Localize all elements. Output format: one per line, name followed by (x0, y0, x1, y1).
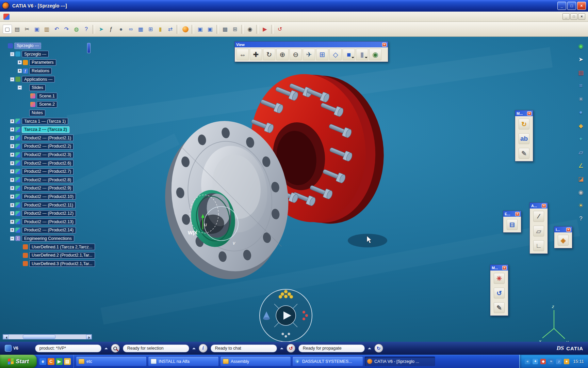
toolbar-separator[interactable] (271, 25, 274, 34)
tree-item-label[interactable]: Scene.1 (37, 93, 57, 99)
hide-icons-chevron[interactable]: « (525, 359, 530, 364)
restore-button[interactable]: □ (567, 2, 576, 10)
tree-item-label[interactable]: Product2 --- (Product2.8) (22, 177, 74, 183)
axis-system-icon[interactable]: ∟ (533, 240, 544, 251)
menu-item-tools[interactable] (46, 15, 52, 18)
link-icon[interactable]: ∞ (126, 25, 135, 34)
search-icon[interactable] (111, 344, 120, 353)
undo-icon[interactable]: ↶ (52, 25, 61, 34)
tree-item-applications[interactable]: − Applications --- (10, 75, 149, 83)
v6-chip[interactable]: V6 (5, 345, 18, 352)
text-annotation-icon[interactable]: ab (519, 133, 529, 144)
tree-expand-toggle[interactable]: + (10, 211, 14, 215)
3d-viewport[interactable]: W|X u v (0, 37, 588, 342)
tree-item-label[interactable]: Sprzeglo --- (22, 51, 49, 57)
sketch-line-icon[interactable]: ∕ (533, 211, 544, 222)
info-icon[interactable]: i (199, 344, 208, 353)
tree-expand-toggle[interactable]: + (10, 119, 14, 123)
measure-between-icon[interactable]: ⊟ (507, 219, 518, 230)
tree-expand-toggle[interactable]: − (10, 52, 14, 56)
chat-status[interactable]: Ready to chat (211, 344, 277, 352)
tree-item-product2-11[interactable]: + Product2 --- (Product2.11) (10, 201, 149, 209)
multi-view-button[interactable]: ⊞ (316, 49, 328, 60)
propagate-swirl-icon[interactable]: ↻ (374, 344, 383, 353)
command-input[interactable]: product: *IVP* (35, 344, 101, 352)
taskbar-button-catia-v6[interactable]: CATIA V6 - [Sprzeglo ... (364, 356, 435, 366)
tree-expand-toggle[interactable]: + (10, 195, 14, 199)
messenger-icon[interactable]: ✦ (533, 359, 538, 364)
close-icon[interactable]: × (502, 266, 507, 270)
video-capture-icon[interactable]: ▶ (260, 25, 270, 34)
tree-item-userdefined-2[interactable]: UserDefined.2 (Product2.1,Tar... (18, 251, 149, 260)
tree-item-label[interactable]: UserDefined.3 (Product2.1,Tar... (29, 260, 95, 267)
tree-expand-toggle[interactable]: + (10, 127, 14, 132)
toolbar-separator[interactable] (256, 25, 259, 34)
measure-angle-icon[interactable]: ∠ (576, 161, 585, 170)
clipboard-tools-icon[interactable]: ▤ (576, 68, 585, 77)
tree-item-label[interactable]: Product2 --- (Product2.1) (22, 135, 74, 141)
field-expand-caret[interactable] (192, 346, 196, 349)
tree-scrollbar[interactable] (3, 334, 92, 339)
tree-item-relations[interactable]: + ƒ Relations (18, 67, 149, 75)
tree-item-scene-2[interactable]: Scene.2 (25, 100, 149, 109)
menu-item-edit[interactable] (18, 15, 25, 18)
internet-explorer-icon[interactable]: e (39, 358, 46, 365)
tree-item-label[interactable]: Product2 --- (Product2.9) (22, 185, 74, 191)
sphere-tool-icon[interactable]: ● (576, 108, 585, 117)
section-view-icon[interactable]: ◪ (576, 174, 585, 183)
knowledge-tool-icon[interactable]: ✳ (576, 95, 585, 104)
tree-expand-toggle[interactable]: + (10, 161, 14, 165)
cascade-windows-icon[interactable]: ▩ (220, 25, 230, 34)
tree-expand-toggle[interactable]: + (10, 228, 14, 232)
media-player-icon[interactable]: ▶ (56, 358, 63, 365)
palette-titlebar[interactable]: M... × (515, 110, 533, 116)
tree-expand-toggle[interactable]: + (10, 153, 14, 157)
tree-item-label[interactable]: Sprzeglo --- (14, 43, 41, 49)
axis-tool-icon[interactable]: + (576, 135, 585, 143)
light-settings-icon[interactable]: ☀ (576, 201, 585, 210)
tree-item-label[interactable]: Product2 --- (Product2.10) (22, 193, 76, 200)
design-table-icon[interactable]: ▦ (136, 25, 145, 34)
update-icon[interactable]: ↻ (519, 119, 529, 129)
tile-windows-icon[interactable]: ⊞ (230, 25, 240, 34)
shading-style-button[interactable]: ■ (343, 49, 355, 60)
tree-expand-toggle[interactable]: + (10, 178, 14, 182)
tree-expand-toggle[interactable]: + (10, 186, 14, 190)
trace-icon[interactable]: ✎ (494, 302, 505, 313)
redo-icon[interactable]: ↷ (62, 25, 71, 34)
field-expand-caret[interactable] (280, 346, 283, 349)
field-expand-caret[interactable] (368, 346, 371, 349)
whats-this-icon[interactable]: ? (82, 25, 91, 34)
tree-expand-toggle[interactable]: + (10, 203, 14, 207)
toolbar-separator[interactable] (192, 25, 194, 34)
tree-expand-toggle[interactable]: − (10, 236, 14, 241)
tree-item-label[interactable]: Tarcza 2 --- (Tarcza 2) (22, 126, 69, 133)
zoom-out-button[interactable]: ⊖ (290, 49, 302, 60)
tree-item-label[interactable]: UserDefined.1 (Tarcza 2,Tarcz... (29, 244, 95, 250)
scroll-right-button[interactable] (86, 335, 92, 339)
tree-item-product2-13[interactable]: + Product2 --- (Product2.13) (10, 217, 149, 226)
tree-expand-toggle[interactable]: + (10, 220, 14, 224)
cut-icon[interactable]: ✂ (22, 25, 32, 34)
tree-item-product2-2[interactable]: + Product2 --- (Product2.2) (10, 142, 149, 151)
rotate-button[interactable]: ↻ (263, 49, 275, 60)
close-icon[interactable]: × (515, 212, 520, 216)
tree-expand-toggle[interactable]: + (10, 169, 14, 173)
catia-launch-icon[interactable]: C (48, 358, 54, 365)
taskbar-clock[interactable]: 15:11 (573, 359, 584, 364)
tree-item-label[interactable]: UserDefined.2 (Product2.1,Tar... (29, 252, 95, 259)
tree-expand-toggle[interactable]: − (18, 86, 22, 90)
tree-item-sprzeglo-root[interactable]: Sprzeglo --- (3, 42, 149, 50)
plane-tool-icon[interactable]: ▱ (576, 148, 585, 157)
tree-item-tarcza-2[interactable]: + Tarcza 2 --- (Tarcza 2) (10, 125, 149, 134)
toolbar-separator[interactable] (177, 25, 179, 34)
capture-icon[interactable]: ◉ (576, 188, 585, 197)
tree-item-product2-10[interactable]: + Product2 --- (Product2.10) (10, 193, 149, 201)
tree-item-product2-8[interactable]: + Product2 --- (Product2.8) (10, 176, 149, 184)
solid-tool-icon[interactable]: ◆ (576, 121, 585, 130)
close-button[interactable]: × (577, 2, 586, 10)
lock-icon[interactable]: ▮ (156, 25, 165, 34)
tree-item-product2-1[interactable]: + Product2 --- (Product2.1) (10, 134, 149, 142)
tree-item-label[interactable]: Parameters (29, 59, 56, 66)
navigation-compass[interactable] (260, 289, 312, 342)
